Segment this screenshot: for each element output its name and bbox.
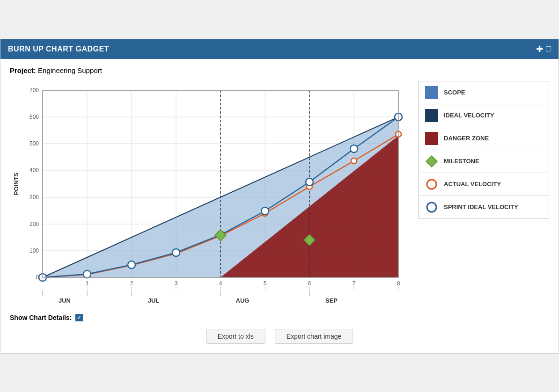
bottom-section: Show Chart Details: Export to xls Export… <box>10 314 549 344</box>
y-label-200: 200 <box>29 221 39 227</box>
svg-point-3 <box>427 203 436 212</box>
legend-label-scope: SCOPE <box>444 89 465 96</box>
month-label-jun: JUN <box>59 297 71 304</box>
move-icon[interactable]: ✚ <box>536 44 543 54</box>
minimize-icon[interactable]: □ <box>546 44 551 54</box>
milestone-diamond-icon <box>425 155 438 168</box>
legend-label-ideal-velocity: IDEAL VELOCITY <box>444 112 494 119</box>
x-label-1: 1 <box>86 280 89 287</box>
y-label-600: 600 <box>29 114 39 120</box>
y-label-500: 500 <box>29 140 39 147</box>
legend-swatch-milestone <box>425 155 438 168</box>
legend-swatch-sprint-ideal-velocity <box>425 201 438 214</box>
gadget-header: BURN UP CHART GADGET ✚ □ <box>0 39 559 59</box>
project-label: Project: Engineering Support <box>10 66 549 74</box>
x-label-3: 3 <box>175 280 178 287</box>
show-chart-details: Show Chart Details: <box>10 314 549 321</box>
siv-dot-3 <box>172 249 180 256</box>
sprint-ideal-circle-icon <box>425 201 438 214</box>
siv-dot-6 <box>306 178 313 186</box>
y-label-300: 300 <box>29 194 39 201</box>
x-label-8: 8 <box>397 280 400 287</box>
legend-item-scope: SCOPE <box>419 81 549 104</box>
legend-item-ideal-velocity: IDEAL VELOCITY <box>419 104 549 127</box>
header-controls: ✚ □ <box>536 44 551 54</box>
x-label-2: 2 <box>130 280 133 287</box>
siv-dot-5 <box>261 207 269 215</box>
siv-dot-7 <box>350 145 358 152</box>
y-label-700: 700 <box>29 87 39 94</box>
y-label-400: 400 <box>29 167 39 174</box>
gadget-body: Project: Engineering Support POINTS <box>0 59 559 353</box>
x-label-7: 7 <box>353 280 356 287</box>
legend-label-danger-zone: DANGER ZONE <box>444 135 489 142</box>
svg-marker-1 <box>426 156 437 167</box>
export-buttons: Export to xls Export chart image <box>10 329 549 344</box>
y-axis-label: POINTS <box>13 172 20 195</box>
chart-and-legend: POINTS 700 600 <box>10 81 549 305</box>
chart-area: POINTS 700 600 <box>10 81 413 305</box>
month-label-jul: JUL <box>148 297 160 304</box>
burn-up-chart-gadget: BURN UP CHART GADGET ✚ □ Project: Engine… <box>0 39 559 354</box>
legend-label-milestone: MILESTONE <box>444 158 479 165</box>
siv-dot-2 <box>128 261 135 269</box>
legend-label-actual-velocity: ACTUAL VELOCITY <box>444 181 501 188</box>
chart-legend: SCOPE IDEAL VELOCITY DANGER ZONE <box>418 81 549 219</box>
legend-item-danger-zone: DANGER ZONE <box>419 127 549 150</box>
export-image-button[interactable]: Export chart image <box>275 329 353 344</box>
legend-swatch-danger-zone <box>425 132 438 145</box>
x-label-4: 4 <box>219 280 222 287</box>
av-dot-7 <box>351 158 357 164</box>
x-label-5: 5 <box>264 280 267 287</box>
legend-item-actual-velocity: ACTUAL VELOCITY <box>419 173 549 196</box>
export-xls-button[interactable]: Export to xls <box>206 329 265 344</box>
month-label-aug: AUG <box>236 297 250 304</box>
gadget-title: BURN UP CHART GADGET <box>8 45 109 53</box>
legend-label-sprint-ideal-velocity: SPRINT IDEAL VELOCITY <box>444 203 518 211</box>
project-key: Project: <box>10 66 36 74</box>
siv-dot-1 <box>83 270 91 278</box>
legend-swatch-ideal-velocity <box>425 109 438 122</box>
legend-swatch-actual-velocity <box>425 178 438 191</box>
show-details-label: Show Chart Details: <box>10 314 72 321</box>
legend-swatch-scope <box>425 86 438 99</box>
legend-item-milestone: MILESTONE <box>419 150 549 173</box>
svg-point-2 <box>427 180 436 189</box>
legend-item-sprint-ideal-velocity: SPRINT IDEAL VELOCITY <box>419 196 549 218</box>
y-label-100: 100 <box>29 247 39 254</box>
actual-velocity-circle-icon <box>425 178 438 191</box>
show-details-checkbox[interactable] <box>75 314 83 321</box>
x-label-6: 6 <box>308 280 311 287</box>
month-label-sep: SEP <box>325 297 338 304</box>
burn-up-svg: POINTS 700 600 <box>10 81 408 305</box>
project-name: Engineering Support <box>38 66 102 74</box>
